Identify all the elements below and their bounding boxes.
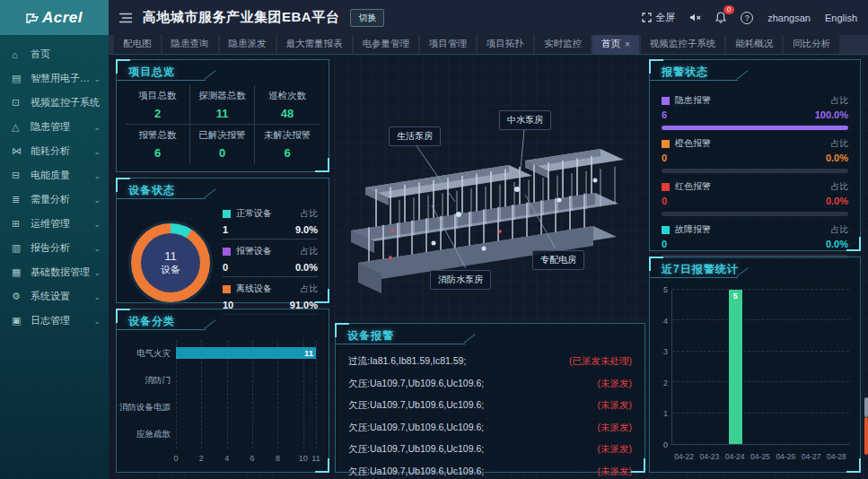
panel-corner-accent bbox=[335, 323, 337, 337]
menu-collapse-icon[interactable] bbox=[119, 13, 132, 23]
tick-label: 04-26 bbox=[773, 452, 798, 463]
device-category-chart: 电气火灾消防门消防设备电源应急疏散 11 bbox=[124, 340, 316, 449]
tick-label: 1 bbox=[663, 409, 668, 418]
panel-corner-accent bbox=[116, 59, 130, 61]
room-label-专配电房[interactable]: 专配电房 bbox=[532, 250, 584, 270]
scrollbar-thumb[interactable] bbox=[864, 417, 868, 455]
sidebar-item-首页[interactable]: ⌂首页 bbox=[0, 42, 109, 66]
alarm-row[interactable]: 欠压:Ua109.7,Ub109.6,Uc109.6;(未派发) bbox=[348, 417, 632, 440]
sidebar-item-电能质量[interactable]: ⊟电能质量⌄ bbox=[0, 163, 109, 187]
main-content: 项目总览 项目总数2探测器总数11巡检次数48报警总数6已解决报警0未解决报警6… bbox=[109, 55, 868, 479]
alarm-status-percent: 0.0% bbox=[826, 196, 848, 206]
tab-首页[interactable]: 首页× bbox=[592, 35, 639, 54]
tab-label: 视频监控子系统 bbox=[650, 38, 716, 50]
close-icon[interactable]: × bbox=[625, 39, 630, 49]
alarm-status-percent: 0.0% bbox=[826, 152, 848, 163]
topbar-actions: 全屏 0 ? zhangsan English bbox=[642, 11, 857, 24]
alarm-row[interactable]: 欠压:Ua109.7,Ub109.6,Uc109.6;(未派发) bbox=[348, 461, 632, 479]
room-label-消防水泵房[interactable]: 消防水泵房 bbox=[430, 270, 491, 290]
tab-电参量管理[interactable]: 电参量管理 bbox=[354, 35, 419, 54]
legend-value: 0 bbox=[223, 262, 228, 273]
panel-corner-accent bbox=[335, 323, 349, 325]
tab-视频监控子系统[interactable]: 视频监控子系统 bbox=[641, 35, 725, 54]
panel-title-rule bbox=[204, 70, 215, 80]
tab-能耗概况[interactable]: 能耗概况 bbox=[726, 35, 782, 54]
sidebar-item-智慧用电子系统[interactable]: ▤智慧用电子系统⌄ bbox=[0, 66, 109, 91]
sidebar-item-基础数据管理[interactable]: ▦基础数据管理⌄ bbox=[0, 260, 109, 284]
panel-title-rule bbox=[464, 334, 476, 344]
sidebar-item-隐患管理[interactable]: △隐患管理⌄ bbox=[0, 115, 109, 139]
tick-label: 3 bbox=[663, 347, 668, 356]
chevron-down-icon: ⌄ bbox=[93, 196, 101, 205]
alarm-row[interactable]: 过流:Ia81.6,Ib81.59,Ic81.59;(已派发未处理) bbox=[348, 351, 632, 373]
tick-label: 8 bbox=[276, 454, 280, 463]
help-button[interactable]: ? bbox=[741, 12, 753, 24]
mute-button[interactable] bbox=[689, 13, 701, 22]
vertical-scrollbar[interactable] bbox=[864, 55, 868, 479]
panel-alarm-status: 报警状态 隐患报警占比6100.0%橙色报警占比00.0%红色报警占比00.0%… bbox=[649, 59, 861, 251]
alarm-status-bar-fill bbox=[662, 126, 848, 130]
alarm-status-value: 0 bbox=[662, 152, 667, 163]
tab-最大需量报表[interactable]: 最大需量报表 bbox=[277, 35, 352, 54]
alarm-row[interactable]: 欠压:Ua109.7,Ub109.6,Uc109.6;(未派发) bbox=[348, 373, 632, 396]
tab-实时监控[interactable]: 实时监控 bbox=[535, 35, 591, 54]
eba-dashboard: Acrel ⌂首页▤智慧用电子系统⌄⊡视频监控子系统△隐患管理⌄⋈能耗分析⌄⊟电… bbox=[0, 0, 868, 479]
chevron-down-icon: ⌄ bbox=[93, 244, 101, 253]
alarm-row[interactable]: 欠压:Ua109.7,Ub109.6,Uc109.6;(未派发) bbox=[348, 439, 632, 461]
notifications-button[interactable]: 0 bbox=[715, 12, 726, 23]
tab-隐患派发[interactable]: 隐患派发 bbox=[220, 35, 276, 54]
acrel-logo-icon bbox=[26, 13, 39, 23]
tab-同比分析[interactable]: 同比分析 bbox=[784, 35, 839, 54]
tick-label: 应急疏散 bbox=[124, 422, 176, 449]
category-x-axis: 024681011 bbox=[176, 454, 316, 465]
panel-corner-accent bbox=[315, 170, 329, 172]
sidebar-item-能耗分析[interactable]: ⋈能耗分析⌄ bbox=[0, 139, 109, 163]
stat-value: 2 bbox=[154, 107, 161, 120]
ratio-label: 占比 bbox=[831, 181, 848, 193]
logo[interactable]: Acrel bbox=[0, 0, 109, 35]
gridline bbox=[672, 319, 849, 320]
logo-text: Acrel bbox=[42, 9, 83, 27]
sidebar-item-需量分析[interactable]: ≣需量分析⌄ bbox=[0, 187, 109, 212]
switch-project-button[interactable]: 切换 bbox=[350, 9, 384, 27]
alarm-status-values: 6100.0% bbox=[662, 107, 848, 126]
panel-corner-accent bbox=[116, 178, 130, 179]
chevron-down-icon: ⌄ bbox=[93, 292, 101, 301]
page-title: 高地城市服务产业集团EBA平台 bbox=[143, 9, 339, 26]
sidebar-item-系统设置[interactable]: ⚙系统设置⌄ bbox=[0, 284, 109, 309]
fullscreen-button[interactable]: 全屏 bbox=[642, 11, 675, 24]
alarm-dispatch-status: (未派发) bbox=[598, 378, 633, 390]
home-icon: ⌂ bbox=[12, 49, 26, 60]
sidebar-item-视频监控子系统[interactable]: ⊡视频监控子系统 bbox=[0, 91, 109, 115]
room-label-生活泵房[interactable]: 生活泵房 bbox=[389, 126, 441, 146]
alarm-row[interactable]: 欠压:Ua109.7,Ub109.6,Uc109.6;(未派发) bbox=[348, 395, 632, 417]
language-switcher[interactable]: English bbox=[825, 13, 857, 23]
settings-icon: ⚙ bbox=[12, 291, 26, 302]
stat-label: 未解决报警 bbox=[264, 129, 311, 142]
bar: 5 bbox=[729, 290, 742, 444]
alarm-text: 欠压:Ua109.7,Ub109.6,Uc109.6; bbox=[348, 399, 484, 412]
stat-value: 0 bbox=[219, 146, 225, 160]
sidebar-item-报告分析[interactable]: ▥报告分析⌄ bbox=[0, 236, 109, 260]
alarm-dispatch-status: (未派发) bbox=[598, 466, 633, 478]
sidebar-item-label: 电能质量 bbox=[31, 169, 93, 182]
sidebar-item-日志管理[interactable]: ▣日志管理⌄ bbox=[0, 309, 109, 333]
tab-配电图[interactable]: 配电图 bbox=[114, 35, 161, 54]
scrollbar-segment[interactable] bbox=[864, 397, 868, 417]
alarm-status-value: 0 bbox=[662, 196, 667, 206]
alarm-status-label: 故障报警 bbox=[675, 223, 831, 236]
sidebar-item-运维管理[interactable]: ⊞运维管理⌄ bbox=[0, 212, 109, 236]
panel-title: 设备报警 bbox=[347, 328, 394, 344]
building-3d-view[interactable]: 生活泵房中水泵房消防水泵房专配电房 bbox=[333, 55, 645, 322]
alarm-status-row: 故障报警占比 bbox=[662, 223, 848, 236]
legend-color-swatch bbox=[662, 226, 670, 234]
tab-label: 隐患派发 bbox=[229, 38, 267, 50]
sidebar-item-label: 日志管理 bbox=[31, 314, 93, 327]
bar-value-label: 5 bbox=[733, 292, 738, 444]
tab-项目拓扑[interactable]: 项目拓扑 bbox=[478, 35, 533, 54]
user-menu[interactable]: zhangsan bbox=[767, 13, 811, 23]
tab-隐患查询[interactable]: 隐患查询 bbox=[162, 35, 218, 54]
tab-项目管理[interactable]: 项目管理 bbox=[420, 35, 476, 54]
room-label-中水泵房[interactable]: 中水泵房 bbox=[499, 110, 551, 130]
panel-title-rule bbox=[117, 198, 206, 199]
